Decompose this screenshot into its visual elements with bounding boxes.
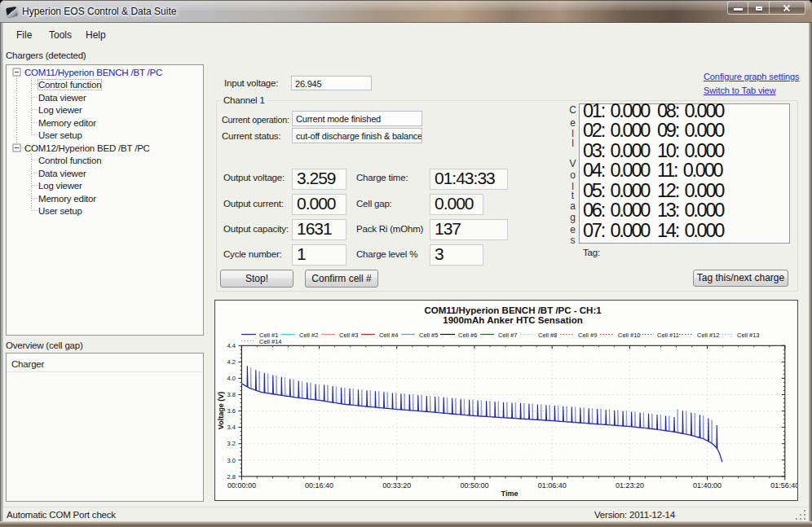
svg-text:00:33:20: 00:33:20 [382, 481, 411, 490]
svg-text:3.6: 3.6 [227, 407, 236, 415]
svg-text:COM11/Hyperion BENCH /BT /PC -: COM11/Hyperion BENCH /BT /PC - CH:1 [424, 305, 602, 315]
svg-text:00:50:00: 00:50:00 [460, 481, 488, 490]
svg-text:01:23:20: 01:23:20 [616, 481, 644, 490]
svg-text:4.2: 4.2 [227, 358, 236, 366]
svg-text:1900mAh Anker HTC Sensation: 1900mAh Anker HTC Sensation [443, 315, 582, 325]
svg-text:3.4: 3.4 [227, 424, 236, 431]
svg-text:4.0: 4.0 [227, 375, 236, 382]
svg-text:4.4: 4.4 [227, 342, 236, 349]
svg-text:Cell #5: Cell #5 [419, 332, 438, 339]
svg-text:01:40:00: 01:40:00 [693, 481, 722, 490]
svg-text:Voltage (V): Voltage (V) [217, 392, 225, 429]
svg-text:Cell #10: Cell #10 [618, 332, 641, 339]
svg-text:3.0: 3.0 [227, 457, 236, 464]
svg-text:3.2: 3.2 [227, 440, 236, 447]
svg-text:3.8: 3.8 [227, 391, 236, 398]
svg-text:Cell #13: Cell #13 [737, 332, 760, 339]
svg-text:Cell #6: Cell #6 [458, 332, 477, 339]
svg-text:Cell #9: Cell #9 [578, 332, 597, 339]
svg-text:Time: Time [501, 490, 519, 498]
svg-text:00:00:00: 00:00:00 [227, 481, 256, 490]
svg-text:01:56:40: 01:56:40 [770, 481, 797, 490]
svg-text:Cell #2: Cell #2 [299, 332, 318, 339]
svg-text:Cell #14: Cell #14 [259, 338, 282, 345]
svg-text:Cell #7: Cell #7 [498, 332, 517, 339]
svg-text:Cell #3: Cell #3 [339, 332, 358, 339]
svg-text:00:16:40: 00:16:40 [305, 481, 333, 490]
svg-text:Cell #11: Cell #11 [657, 332, 679, 339]
svg-text:Cell #4: Cell #4 [379, 332, 398, 339]
svg-text:Cell #12: Cell #12 [697, 332, 720, 339]
svg-text:Cell #8: Cell #8 [538, 332, 557, 339]
svg-text:01:06:40: 01:06:40 [538, 481, 567, 490]
svg-text:2.8: 2.8 [227, 473, 236, 481]
